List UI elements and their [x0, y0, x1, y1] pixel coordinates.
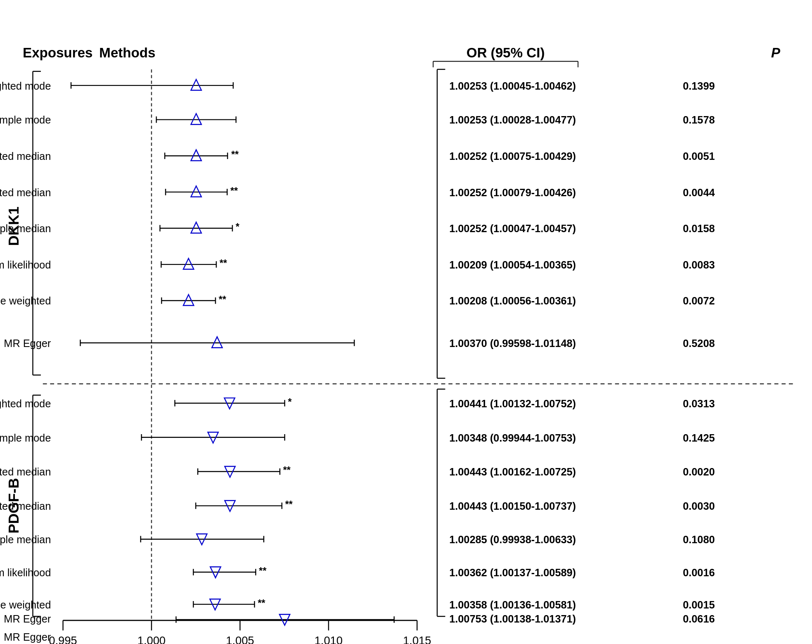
pdgfb-row-8-chart — [176, 614, 394, 625]
method-label-dkk1-2: Simple mode — [0, 114, 51, 126]
pdgfb-row-8: MR Egger — [4, 631, 51, 643]
method-label-pdgfb-2: Simple mode — [0, 432, 51, 444]
triangle-dkk1-2 — [191, 114, 201, 124]
pdgfb-row-3: Penalised weighted median ** — [0, 465, 291, 478]
or-dkk1-6: 1.00209 (1.00054-1.00365) — [449, 259, 576, 271]
method-label-dkk1-6: Maximum likelihood — [0, 259, 51, 271]
or-dkk1-8: 1.00370 (0.99598-1.01148) — [449, 337, 576, 349]
sig-dkk1-3: ** — [231, 149, 239, 160]
pdgfb-row-2: Simple mode — [0, 432, 285, 444]
sig-pdgfb-7: ** — [258, 598, 266, 608]
method-label-pdgfb-6: Maximum likelihood — [0, 567, 51, 578]
or-dkk1-3: 1.00252 (1.00075-1.00429) — [449, 150, 576, 162]
p-dkk1-8: 0.5208 — [683, 337, 714, 349]
triangle-dkk1-1 — [191, 79, 201, 90]
or-dkk1-5: 1.00252 (1.00047-1.00457) — [449, 223, 576, 234]
forest-plot-svg: Exposures Methods OR (95% CI) P DKK1 PDG… — [0, 37, 812, 644]
header-p: P — [771, 45, 781, 60]
pdgfb-row-7: Inverse variance weighted ** — [0, 598, 266, 611]
p-pdgfb-1: 0.0313 — [683, 398, 714, 409]
or-pdgfb-2: 1.00348 (0.99944-1.00753) — [449, 432, 576, 444]
method-label-dkk1-7: Inverse variance weighted — [0, 295, 51, 307]
method-label-pdgfb-5: Simple median — [0, 534, 51, 545]
sig-dkk1-7: ** — [219, 294, 226, 305]
pdgfb-row-4: Weighted median ** — [0, 499, 293, 512]
dkk1-row-6: Maximum likelihood ** — [0, 258, 227, 271]
method-label-pdgfb-7: Inverse variance weighted — [0, 599, 51, 611]
p-pdgfb-4: 0.0030 — [683, 500, 714, 512]
or-pdgfb-6: 1.00362 (1.00137-1.00589) — [449, 567, 576, 578]
xtick-1005: 1.005 — [226, 634, 254, 644]
pdgfb-row-1: Weighted mode * — [0, 397, 292, 409]
p-pdgfb-3: 0.0020 — [683, 466, 714, 478]
sig-pdgfb-3: ** — [283, 465, 291, 475]
sig-dkk1-4: ** — [230, 185, 238, 196]
sig-pdgfb-1: * — [288, 397, 292, 407]
method-label-pdgfb-3: Penalised weighted median — [0, 466, 51, 478]
or-pdgfb-7: 1.00358 (1.00136-1.00581) — [449, 599, 576, 611]
header-methods: Methods — [99, 45, 155, 60]
sig-pdgfb-4: ** — [285, 499, 293, 510]
dkk1-row-2: Simple mode — [0, 114, 236, 126]
p-dkk1-6: 0.0083 — [683, 259, 714, 271]
p-dkk1-5: 0.0158 — [683, 223, 714, 234]
p-dkk1-7: 0.0072 — [683, 295, 714, 307]
or-dkk1-7: 1.00208 (1.00056-1.00361) — [449, 295, 576, 307]
header-exposures: Exposures — [23, 45, 93, 60]
triangle-dkk1-3 — [191, 150, 201, 161]
xtick-0995: 0.995 — [49, 634, 77, 644]
sig-pdgfb-6: ** — [259, 566, 267, 576]
or-dkk1-1: 1.00253 (1.00045-1.00462) — [449, 80, 576, 92]
p-dkk1-4: 0.0044 — [683, 187, 714, 198]
p-dkk1-1: 0.1399 — [683, 80, 714, 92]
pdgfb-row-6: Maximum likelihood ** — [0, 566, 267, 578]
p-dkk1-2: 0.1578 — [683, 114, 714, 126]
p-pdgfb-6: 0.0016 — [683, 567, 714, 578]
xtick-1015: 1.015 — [403, 634, 431, 644]
header-or-ci: OR (95% CI) — [467, 45, 545, 60]
dkk1-row-5: Simple median * — [0, 221, 240, 234]
or-dkk1-4: 1.00252 (1.00079-1.00426) — [449, 187, 576, 198]
method-label-dkk1-5: Simple median — [0, 223, 51, 234]
method-label-pdgfb-1: Weighted mode — [0, 398, 51, 409]
method-label-pdgfb-4: Weighted median — [0, 500, 51, 512]
triangle-dkk1-7 — [183, 295, 194, 305]
p-dkk1-3: 0.0051 — [683, 150, 714, 162]
method-label-pdgfb-8: MR Egger — [4, 631, 51, 643]
dkk1-row-7: Inverse variance weighted ** — [0, 294, 226, 307]
method-label-dkk1-4: Weighted median — [0, 187, 51, 198]
sig-dkk1-5: * — [236, 221, 240, 232]
or-pdgfb-3: 1.00443 (1.00162-1.00725) — [449, 466, 576, 478]
p-pdgfb-2: 0.1425 — [683, 432, 714, 444]
method-label-pdgfb-8: MR Egger — [4, 613, 51, 625]
xtick-1010: 1.010 — [314, 634, 343, 644]
xtick-1000: 1.000 — [138, 634, 166, 644]
p-pdgfb-8: 0.0616 — [683, 613, 714, 625]
dkk1-row-4: Weighted median ** — [0, 185, 238, 198]
triangle-dkk1-4 — [191, 186, 201, 197]
dkk1-row-1: Weighted mode — [0, 79, 233, 91]
or-pdgfb-1: 1.00441 (1.00132-1.00752) — [449, 398, 576, 409]
p-pdgfb-5: 0.1080 — [683, 534, 714, 545]
sig-dkk1-6: ** — [219, 258, 227, 269]
method-label-dkk1-8: MR Egger — [4, 337, 51, 349]
triangle-dkk1-6 — [183, 259, 194, 269]
pdgfb-row-5: Simple median — [0, 534, 264, 545]
method-label-dkk1-3: Penalised weighted median — [0, 150, 51, 162]
chart-container: Exposures Methods OR (95% CI) P DKK1 PDG… — [0, 12, 812, 644]
p-pdgfb-7: 0.0015 — [683, 599, 714, 611]
method-label-dkk1-1: Weighted mode — [0, 80, 51, 92]
or-dkk1-2: 1.00253 (1.00028-1.00477) — [449, 114, 576, 126]
or-pdgfb-8: 1.00753 (1.00138-1.01371) — [449, 613, 576, 625]
dkk1-row-3: Penalised weighted median ** — [0, 149, 239, 162]
triangle-dkk1-5 — [191, 222, 201, 233]
or-pdgfb-5: 1.00285 (0.99938-1.00633) — [449, 534, 576, 545]
or-pdgfb-4: 1.00443 (1.00150-1.00737) — [449, 500, 576, 512]
triangle-dkk1-8 — [212, 337, 222, 347]
dkk1-row-8: MR Egger — [4, 337, 354, 349]
